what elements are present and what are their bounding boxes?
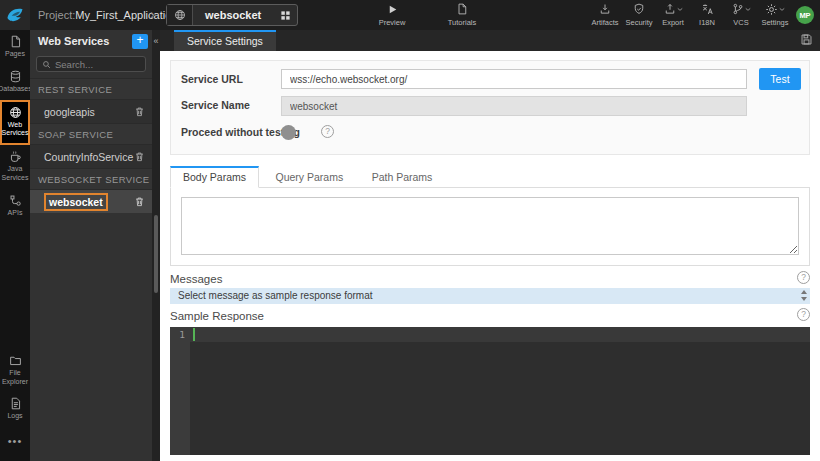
play-icon [387, 2, 398, 16]
message-select-text: Select message as sample response format [178, 290, 373, 301]
artifacts-button[interactable]: Artifacts [588, 2, 622, 27]
tab-service-settings[interactable]: Service Settings [174, 30, 276, 51]
tab-path-params[interactable]: Path Params [360, 166, 445, 188]
body-params-textarea[interactable] [181, 197, 799, 255]
translate-icon [701, 2, 714, 16]
service-group-soap: SOAP SERVICE CountryInfoService [30, 123, 152, 168]
sidebar-item-web-services[interactable]: Web Services [0, 100, 30, 146]
search-input[interactable] [55, 59, 140, 70]
wavemaker-logo-icon[interactable] [0, 0, 30, 30]
test-button[interactable]: Test [759, 68, 801, 90]
chevron-down-icon [677, 7, 683, 12]
main-tab-bar: Service Settings [160, 30, 820, 51]
upload-icon [664, 3, 676, 15]
log-file-icon [9, 397, 22, 410]
open-artifact-tab[interactable]: websocket [166, 4, 298, 26]
service-group-rest: REST SERVICE googleapis [30, 78, 152, 123]
sample-response-label: Sample Response [170, 310, 264, 322]
database-icon [9, 70, 22, 83]
api-nodes-icon [9, 194, 22, 207]
branch-icon [732, 3, 744, 15]
service-search[interactable] [36, 56, 146, 72]
panel-edge-strip: « [152, 30, 160, 461]
i18n-button[interactable]: I18N [690, 2, 724, 27]
editor-active-line [190, 327, 810, 342]
breadcrumb[interactable]: Project:My_First_Application [38, 0, 177, 30]
list-item-websocket[interactable]: websocket [30, 189, 152, 213]
project-name: My_First_Application [75, 9, 177, 21]
group-header-rest: REST SERVICE [30, 78, 152, 99]
message-select-bar[interactable]: Select message as sample response format [170, 288, 810, 304]
delete-icon[interactable] [134, 196, 145, 207]
tutorials-button[interactable]: Tutorials [440, 2, 484, 27]
service-name-label: Service Name [181, 99, 250, 111]
left-icon-rail: Pages Databases Web Services Java Servic… [0, 30, 30, 461]
help-icon[interactable]: ? [797, 271, 810, 284]
list-item-countryinfoservice[interactable]: CountryInfoService [30, 144, 152, 168]
export-button[interactable]: Export [656, 2, 690, 27]
globe-icon [167, 5, 193, 25]
vcs-button[interactable]: VCS [724, 2, 758, 27]
artifact-tab-label: websocket [193, 9, 273, 21]
body-params-panel [170, 188, 810, 266]
sidebar-item-databases[interactable]: Databases [0, 65, 30, 100]
tab-body-params[interactable]: Body Params [170, 166, 259, 188]
grid-icon[interactable] [273, 5, 297, 25]
main-area: Service Settings Service URL Test Servic… [160, 30, 820, 461]
coffee-cup-icon [9, 150, 22, 163]
project-prefix: Project: [38, 9, 75, 21]
folder-icon [9, 354, 22, 367]
sidebar-item-java-services[interactable]: Java Services [0, 145, 30, 189]
service-url-input[interactable] [281, 69, 747, 89]
param-tabs: Body Params Query Params Path Params [170, 166, 810, 188]
globe-icon [9, 106, 22, 119]
more-options-icon[interactable]: ••• [0, 427, 30, 455]
spinner-up-icon [801, 290, 807, 294]
download-icon [599, 2, 611, 16]
proceed-toggle[interactable] [283, 127, 309, 139]
sidebar-item-apis[interactable]: APIs [0, 189, 30, 224]
editor-code-area[interactable] [190, 327, 810, 455]
tab-query-params[interactable]: Query Params [263, 166, 355, 188]
rail-bottom-group: File Explorer Logs ••• [0, 349, 30, 455]
panel-header: Web Services + [30, 30, 152, 52]
list-item-googleapis[interactable]: googleapis [30, 99, 152, 123]
chevron-down-icon [779, 7, 785, 12]
shield-icon [633, 2, 645, 16]
service-name-input[interactable] [281, 96, 747, 116]
collapse-panel-button[interactable]: « [152, 34, 160, 50]
help-icon[interactable]: ? [797, 308, 810, 321]
delete-icon[interactable] [134, 106, 145, 117]
help-icon[interactable]: ? [321, 125, 334, 138]
panel-scrollbar[interactable] [154, 215, 158, 293]
user-avatar[interactable]: MP [796, 6, 814, 24]
toggle-knob [281, 125, 296, 140]
settings-button[interactable]: Settings [758, 2, 792, 27]
sidebar-item-pages[interactable]: Pages [0, 30, 30, 65]
service-settings-page: Service URL Test Service Name Proceed wi… [160, 51, 820, 461]
spinner-down-icon [801, 297, 807, 301]
search-icon [42, 60, 51, 69]
sample-response-editor[interactable]: 1 [170, 327, 810, 455]
topbar-right-actions: Artifacts Security Export I18N [588, 2, 816, 27]
spinner-control[interactable] [801, 290, 807, 301]
add-service-button[interactable]: + [132, 34, 148, 49]
service-url-label: Service URL [181, 73, 243, 85]
document-icon [456, 2, 468, 16]
web-services-panel: Web Services + REST SERVICE googleapis S… [30, 30, 152, 461]
page-icon [9, 35, 22, 48]
service-group-websocket: WEBSOCKET SERVICE websocket [30, 168, 152, 213]
top-bar: Project:My_First_Application › websocket… [0, 0, 820, 30]
app-window: Project:My_First_Application › websocket… [0, 0, 820, 461]
sidebar-item-file-explorer[interactable]: File Explorer [0, 349, 30, 393]
save-button[interactable] [800, 33, 813, 46]
panel-title: Web Services [30, 35, 132, 47]
service-settings-form: Service URL Test Service Name Proceed wi… [170, 60, 810, 155]
security-button[interactable]: Security [622, 2, 656, 27]
preview-button[interactable]: Preview [370, 2, 414, 27]
logo-swoosh-icon [5, 5, 25, 25]
editor-cursor [193, 328, 195, 341]
group-header-soap: SOAP SERVICE [30, 123, 152, 144]
delete-icon[interactable] [134, 151, 145, 162]
sidebar-item-logs[interactable]: Logs [0, 392, 30, 427]
